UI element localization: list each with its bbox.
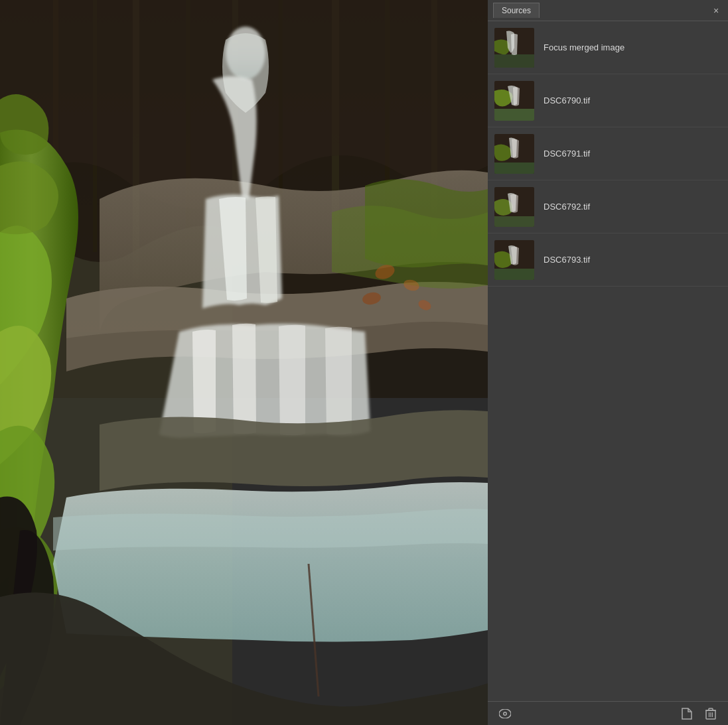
source-name-3: DSC6792.tif xyxy=(544,202,721,212)
sources-list: Focus merged image DSC6790.tif xyxy=(488,21,728,701)
source-thumbnail-3 xyxy=(494,187,534,227)
source-thumbnail-1 xyxy=(494,81,534,121)
source-name-2: DSC6791.tif xyxy=(544,149,721,159)
delete-button[interactable] xyxy=(701,704,720,723)
svg-rect-26 xyxy=(494,269,534,280)
source-thumbnail-4 xyxy=(494,240,534,280)
sources-tab[interactable]: Sources xyxy=(493,3,540,18)
close-button[interactable]: × xyxy=(709,4,723,17)
source-item-dsc6793[interactable]: DSC6793.tif xyxy=(488,233,728,287)
source-thumbnail-0 xyxy=(494,28,534,68)
svg-rect-20 xyxy=(494,109,534,121)
toolbar-right-group xyxy=(678,704,720,723)
sources-header: Sources × xyxy=(488,0,728,21)
new-file-button[interactable] xyxy=(678,704,696,723)
sources-toolbar xyxy=(488,701,728,725)
svg-rect-24 xyxy=(494,216,534,227)
source-name-1: DSC6790.tif xyxy=(544,96,721,105)
svg-rect-22 xyxy=(494,163,534,174)
sources-panel: Sources × Focus merged image xyxy=(488,0,728,725)
source-thumbnail-2 xyxy=(494,134,534,174)
source-item-dsc6792[interactable]: DSC6792.tif xyxy=(488,180,728,233)
source-name-0: Focus merged image xyxy=(544,42,721,52)
source-item-focus-merged[interactable]: Focus merged image xyxy=(488,21,728,74)
source-name-4: DSC6793.tif xyxy=(544,255,721,265)
visibility-button[interactable] xyxy=(496,704,514,723)
source-item-dsc6791[interactable]: DSC6791.tif xyxy=(488,127,728,180)
svg-point-29 xyxy=(504,712,506,714)
source-item-dsc6790[interactable]: DSC6790.tif xyxy=(488,74,728,127)
svg-rect-18 xyxy=(494,54,534,68)
main-image-area xyxy=(0,0,488,725)
